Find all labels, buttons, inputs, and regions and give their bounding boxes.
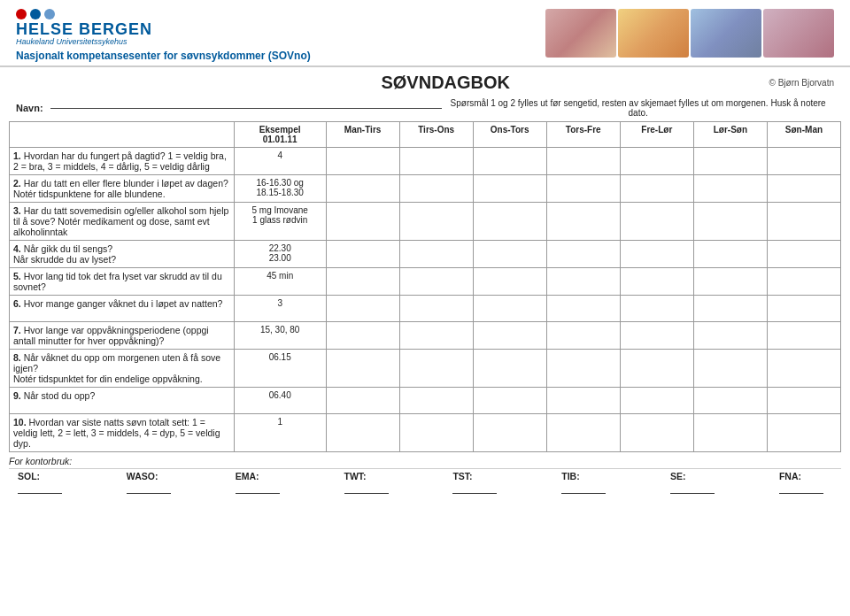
day-cell[interactable] — [399, 175, 473, 203]
bottom-label-val[interactable] — [561, 481, 606, 494]
day-cell[interactable] — [546, 388, 620, 414]
day-cell[interactable] — [399, 241, 473, 268]
example-cell: 5 mg Imovane1 glass rødvin — [234, 203, 326, 241]
day-cell[interactable] — [767, 241, 840, 268]
bottom-label-val[interactable] — [779, 481, 823, 494]
day-cell[interactable] — [693, 268, 767, 296]
day-cell[interactable] — [473, 350, 546, 388]
day-cell[interactable] — [546, 350, 620, 388]
table-container: Eksempel 01.01.11 Man-Tirs Tirs-Ons Ons-… — [0, 121, 850, 452]
bottom-label-val[interactable] — [344, 481, 389, 494]
example-cell: 3 — [234, 296, 326, 322]
day-cell[interactable] — [620, 414, 693, 452]
day-cell[interactable] — [326, 296, 399, 322]
sovno-label: (SOVno) — [268, 50, 311, 62]
day-cell[interactable] — [473, 268, 546, 296]
day-cell[interactable] — [473, 241, 546, 268]
bottom-label-item: SE: — [670, 471, 723, 494]
day-cell[interactable] — [767, 268, 840, 296]
day-cell[interactable] — [326, 148, 399, 175]
table-row: 3. Har du tatt sovemedisin og/eller alko… — [10, 203, 841, 241]
day-cell[interactable] — [620, 175, 693, 203]
for-kontor: For kontorbruk: — [0, 452, 850, 468]
day-cell[interactable] — [767, 175, 840, 203]
bottom-label-val[interactable] — [236, 481, 280, 494]
day-cell[interactable] — [546, 148, 620, 175]
day-cell[interactable] — [473, 148, 546, 175]
bottom-label-val[interactable] — [670, 481, 715, 494]
example-cell: 22.3023.00 — [234, 241, 326, 268]
day-cell[interactable] — [326, 241, 399, 268]
day-cell[interactable] — [473, 296, 546, 322]
day-cell[interactable] — [473, 414, 546, 452]
day-cell[interactable] — [399, 296, 473, 322]
day-cell[interactable] — [767, 350, 840, 388]
day-cell[interactable] — [546, 268, 620, 296]
bottom-label-val[interactable] — [18, 481, 62, 494]
circle-light — [44, 9, 55, 19]
day-cell[interactable] — [620, 268, 693, 296]
day-cell[interactable] — [693, 388, 767, 414]
bottom-label-item: WASO: — [127, 471, 180, 494]
day-cell[interactable] — [399, 350, 473, 388]
day-cell[interactable] — [693, 203, 767, 241]
question-cell: 9. Når stod du opp? — [10, 388, 235, 414]
day-cell[interactable] — [693, 322, 767, 350]
day-cell[interactable] — [546, 203, 620, 241]
day-cell[interactable] — [546, 241, 620, 268]
day-cell[interactable] — [620, 350, 693, 388]
day-cell[interactable] — [767, 322, 840, 350]
day-cell[interactable] — [767, 388, 840, 414]
bottom-label-val[interactable] — [127, 481, 171, 494]
day-cell[interactable] — [326, 268, 399, 296]
day-cell[interactable] — [326, 322, 399, 350]
day-cell[interactable] — [693, 350, 767, 388]
day-cell[interactable] — [767, 203, 840, 241]
day-cell[interactable] — [326, 203, 399, 241]
day-cell[interactable] — [767, 414, 840, 452]
day-cell[interactable] — [326, 388, 399, 414]
table-row: 5. Hvor lang tid tok det fra lyset var s… — [10, 268, 841, 296]
navn-input — [50, 108, 443, 109]
photo-4 — [763, 9, 834, 58]
day-cell[interactable] — [399, 414, 473, 452]
bottom-label-val[interactable] — [452, 481, 497, 494]
table-row: 6. Hvor mange ganger våknet du i løpet a… — [10, 296, 841, 322]
day-cell[interactable] — [326, 350, 399, 388]
day-cell[interactable] — [326, 414, 399, 452]
day-cell[interactable] — [693, 414, 767, 452]
day-cell[interactable] — [693, 241, 767, 268]
day-cell[interactable] — [620, 241, 693, 268]
col-header-question — [10, 122, 235, 148]
day-cell[interactable] — [546, 175, 620, 203]
example-cell: 06.40 — [234, 388, 326, 414]
logo-sub: Haukeland Universitetssykehus — [16, 37, 128, 46]
day-cell[interactable] — [546, 296, 620, 322]
day-cell[interactable] — [767, 148, 840, 175]
day-cell[interactable] — [620, 322, 693, 350]
logo-tagline: Nasjonalt kompetansesenter for søvnsykdo… — [16, 50, 311, 62]
photo-2 — [618, 9, 689, 58]
day-cell[interactable] — [693, 296, 767, 322]
day-cell[interactable] — [473, 322, 546, 350]
day-cell[interactable] — [473, 203, 546, 241]
day-cell[interactable] — [693, 175, 767, 203]
day-cell[interactable] — [693, 148, 767, 175]
day-cell[interactable] — [399, 322, 473, 350]
day-cell[interactable] — [546, 322, 620, 350]
day-cell[interactable] — [399, 148, 473, 175]
day-cell[interactable] — [620, 296, 693, 322]
bottom-label-key: SOL: — [18, 471, 40, 481]
day-cell[interactable] — [473, 175, 546, 203]
day-cell[interactable] — [620, 203, 693, 241]
day-cell[interactable] — [399, 203, 473, 241]
day-cell[interactable] — [620, 388, 693, 414]
day-cell[interactable] — [399, 388, 473, 414]
col-day-7: Søn-Man — [767, 122, 840, 148]
day-cell[interactable] — [399, 268, 473, 296]
day-cell[interactable] — [326, 175, 399, 203]
day-cell[interactable] — [473, 388, 546, 414]
day-cell[interactable] — [620, 148, 693, 175]
day-cell[interactable] — [546, 414, 620, 452]
day-cell[interactable] — [767, 296, 840, 322]
